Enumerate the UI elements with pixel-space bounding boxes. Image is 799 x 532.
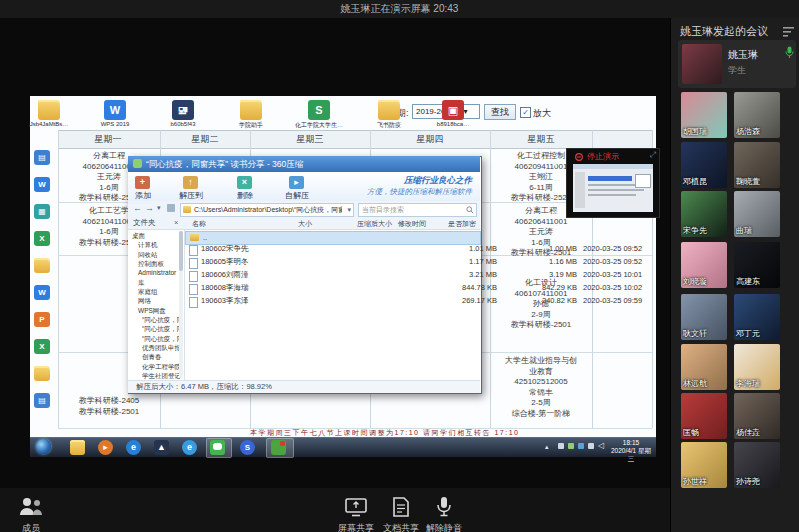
taskbar-wechat-icon[interactable] — [210, 440, 225, 455]
desktop-app-icon[interactable]: ▦ — [34, 204, 50, 219]
tray-icon[interactable] — [588, 443, 594, 449]
desktop-app-icon[interactable]: ▤ — [34, 393, 50, 408]
participant-tile[interactable]: 耿文轩 — [681, 294, 727, 340]
tree-item[interactable]: Administrator — [138, 268, 180, 277]
tree-item[interactable]: 家庭组 — [138, 287, 180, 296]
scrollbar-thumb[interactable] — [179, 231, 183, 271]
tree-item[interactable]: 学生社团登记表（6… — [142, 371, 180, 380]
tree-item[interactable]: 桌面 — [132, 231, 178, 240]
participant-tile[interactable]: 杨佳垚 — [734, 393, 780, 439]
tray-icon[interactable] — [558, 443, 564, 449]
share-screen-button[interactable] — [345, 497, 367, 521]
participant-tile[interactable]: 刘晓璇 — [681, 242, 727, 288]
participant-tile[interactable]: 杨浩森 — [734, 92, 780, 138]
participant-tile[interactable]: 宋争先 — [681, 191, 727, 237]
back-icon[interactable]: ← — [133, 203, 142, 213]
participant-tile[interactable]: 李海瑞 — [734, 344, 780, 390]
list-collapse-icon[interactable] — [783, 27, 795, 37]
delete-icon[interactable]: × — [237, 176, 252, 189]
add-button[interactable]: 添加 — [126, 190, 160, 201]
col-mtime[interactable]: 修改时间 — [398, 219, 426, 229]
tree-item[interactable]: 回收站 — [138, 250, 180, 259]
zoom-checkbox[interactable]: ✓ — [520, 107, 531, 118]
tray-icon[interactable] — [568, 443, 574, 449]
desktop-folder-icon[interactable] — [378, 100, 400, 120]
zip-titlebar[interactable]: “同心抗疫，同窗共享” 读书分享 - 360压缩 ▾ ─ □ × — [128, 156, 480, 172]
tray-icon[interactable] — [578, 443, 584, 449]
excel-file-icon[interactable]: X — [34, 339, 50, 354]
tree-item[interactable]: 计算机 — [138, 240, 180, 249]
col-packed[interactable]: 压缩后大小 — [340, 219, 392, 229]
tree-item[interactable]: 优秀团队申报表 — [142, 343, 180, 352]
file-row[interactable]: 190603李东泽 269.17 KB 240.82 KB 2020-03-25… — [185, 296, 479, 309]
forward-icon[interactable]: → — [145, 203, 154, 213]
participant-tile[interactable]: 曲瑞 — [734, 191, 780, 237]
participant-tile[interactable]: 邓丁元 — [734, 294, 780, 340]
taskbar-sogou-icon[interactable]: S — [240, 440, 255, 455]
extract-icon[interactable]: ↑ — [183, 176, 198, 189]
taskbar-app-icon[interactable]: ▲ — [154, 440, 169, 455]
photo-file-icon[interactable]: ▣ — [442, 100, 464, 120]
unmute-button[interactable] — [436, 496, 452, 522]
participant-tile[interactable]: 邓植昆 — [681, 142, 727, 188]
volume-icon[interactable]: ◁ — [598, 441, 604, 450]
participant-tile[interactable]: 孙诗尧 — [734, 442, 780, 488]
desktop-folder-icon[interactable] — [34, 258, 50, 273]
expand-icon[interactable]: ⤢ — [650, 150, 656, 160]
spreadsheet-file-icon[interactable]: S — [308, 100, 330, 120]
computer-icon[interactable]: 🖳 — [172, 100, 194, 120]
tree-scrollbar[interactable] — [179, 231, 183, 378]
wps-icon[interactable]: W — [104, 100, 126, 120]
taskbar-media-icon[interactable]: ▸ — [98, 440, 113, 455]
tree-item[interactable]: “同心抗疫，同窗共… — [142, 324, 180, 333]
find-button[interactable]: 查找 — [484, 104, 516, 120]
self-extract-button[interactable]: 自解压 — [280, 190, 314, 201]
search-input[interactable]: 当前目录搜索 — [358, 203, 477, 217]
participant-tile[interactable]: 匡畅 — [681, 393, 727, 439]
participant-tile[interactable]: 鞠晓萱 — [734, 142, 780, 188]
path-input[interactable]: C:\Users\Administrator\Desktop\“同心抗疫，同窗共… — [180, 203, 354, 217]
start-button[interactable] — [36, 439, 51, 454]
desktop-app-icon[interactable]: ▤ — [34, 150, 50, 165]
parent-dir-row[interactable]: .. — [185, 231, 481, 245]
doc-share-button[interactable] — [392, 497, 410, 521]
ppt-file-icon[interactable]: P — [34, 312, 50, 327]
taskbar-ie-icon[interactable]: e — [126, 440, 141, 455]
participant-tile[interactable]: 林远航 — [681, 344, 727, 390]
participant-tile[interactable]: 高建东 — [734, 242, 780, 288]
desktop-folder-icon[interactable] — [38, 100, 60, 120]
col-encrypted[interactable]: 是否加密 — [448, 219, 476, 229]
desktop-folder-icon[interactable] — [240, 100, 262, 120]
col-name[interactable]: 名称 — [192, 219, 206, 229]
taskbar-zip-icon[interactable] — [271, 440, 286, 455]
tree-item[interactable]: 库 — [138, 278, 180, 287]
tree-item[interactable]: 化学工程学院2019… — [142, 362, 180, 371]
tree-item[interactable]: WPS网盘 — [138, 306, 180, 315]
file-row[interactable]: 180606刘雨潼 3.21 MB 3.19 MB 2020-03-25 10:… — [185, 270, 479, 283]
mic-on-icon[interactable] — [785, 46, 794, 59]
col-size[interactable]: 大小 — [280, 219, 312, 229]
window-controls[interactable]: ▾ ─ □ × — [553, 156, 565, 220]
close-icon[interactable]: × — [174, 217, 178, 229]
tray-expand-icon[interactable]: ▴ — [545, 443, 549, 451]
extract-button[interactable]: 解压到 — [174, 190, 208, 201]
add-archive-icon[interactable]: + — [135, 176, 150, 189]
participant-tile[interactable]: 孙世祥 — [681, 442, 727, 488]
desktop-folder-icon[interactable] — [34, 366, 50, 381]
participant-tile[interactable]: 胡国瑞 — [681, 92, 727, 138]
file-row[interactable]: 180602宋争先 1.01 MB 1.00 MB 2020-03-25 09:… — [185, 244, 479, 257]
tree-item[interactable]: “同心抗疫，同窗共… — [142, 334, 180, 343]
stop-presenting-button[interactable]: 停止演示 — [587, 151, 619, 162]
word-doc-icon[interactable]: W — [34, 177, 50, 192]
excel-file-icon[interactable]: X — [34, 231, 50, 246]
tree-item[interactable]: 创青春 — [142, 352, 180, 361]
file-row[interactable]: 180605李明冬 1.17 MB 1.16 MB 2020-03-25 09:… — [185, 257, 479, 270]
tree-item[interactable]: 网络 — [138, 296, 180, 305]
file-row[interactable]: 180608李海瑞 844.78 KB 842.29 KB 2020-03-25… — [185, 283, 479, 296]
tree-item[interactable]: “同心抗疫，同窗共… — [142, 315, 180, 324]
delete-button[interactable]: 删除 — [228, 190, 262, 201]
self-extract-icon[interactable]: ▸ — [289, 176, 304, 189]
tree-item[interactable]: 控制面板 — [138, 259, 180, 268]
taskbar-browser-icon[interactable]: e — [182, 440, 197, 455]
history-dropdown-icon[interactable]: ▾ — [157, 204, 161, 212]
